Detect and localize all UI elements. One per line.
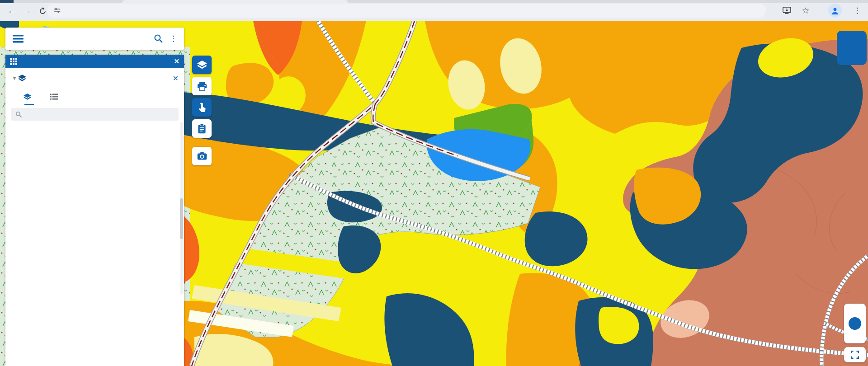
identify-tool-button[interactable] <box>192 98 212 117</box>
back-button[interactable]: ← <box>5 5 18 17</box>
grid-icon <box>10 58 17 65</box>
print-tool-button[interactable] <box>192 77 212 95</box>
tab-legenda[interactable] <box>50 88 61 105</box>
content-close-icon[interactable]: ✕ <box>173 74 179 83</box>
report-tool-button[interactable] <box>192 119 212 138</box>
print-icon <box>197 82 207 91</box>
tools-panel: ✕ ▾ ✕ <box>5 55 184 366</box>
panel-close-icon[interactable]: ✕ <box>174 57 179 66</box>
panel-tabs <box>5 88 184 105</box>
chevron-down-icon[interactable]: ▾ <box>11 75 18 81</box>
layers-tool-icon <box>197 61 207 70</box>
person-icon <box>830 6 840 15</box>
layers-tab-icon <box>24 94 31 100</box>
chrome-menu-button[interactable]: ⋮ <box>852 4 863 17</box>
profile-avatar[interactable] <box>828 4 842 17</box>
layers-tool-button[interactable] <box>192 56 212 74</box>
address-bar[interactable] <box>47 4 766 18</box>
geoportal-logo[interactable] <box>837 31 867 65</box>
browser-toolbar: ← → ☆ ⋮ <box>0 0 868 21</box>
map-content-row[interactable]: ▾ ✕ <box>5 68 184 88</box>
site-settings-icon <box>53 7 61 14</box>
fullscreen-button[interactable] <box>844 347 866 362</box>
install-button[interactable] <box>780 4 793 17</box>
touch-pointer-icon <box>198 103 207 113</box>
panel-scrollbar[interactable] <box>180 122 184 294</box>
hamburger-menu-icon[interactable] <box>13 35 24 43</box>
soil-legend <box>5 122 184 124</box>
active-tab-bottom <box>122 0 348 3</box>
fullscreen-icon <box>851 351 859 359</box>
forward-button[interactable]: → <box>21 5 33 17</box>
screenshot-tool-button[interactable] <box>192 147 212 165</box>
install-icon <box>783 7 791 14</box>
tab-warstwy[interactable] <box>24 88 35 105</box>
map-search-bar[interactable]: ⋮ <box>5 28 184 50</box>
window-corner <box>0 0 14 3</box>
panel-header[interactable]: ✕ <box>5 55 184 68</box>
search-options-dots-icon[interactable]: ⋮ <box>170 34 178 43</box>
layer-search-icon <box>15 111 22 118</box>
layer-search-field[interactable] <box>11 108 179 121</box>
zoom-level-badge <box>849 317 861 330</box>
legend-list-icon <box>50 94 58 100</box>
panel-scrollbar-thumb[interactable] <box>180 198 183 239</box>
search-icon[interactable] <box>154 34 163 43</box>
clipboard-icon <box>198 124 206 134</box>
bookmark-star-button[interactable]: ☆ <box>799 4 812 17</box>
layers-icon <box>18 75 26 82</box>
reload-icon <box>39 7 47 15</box>
camera-icon <box>197 152 207 160</box>
tab-strip <box>0 0 868 3</box>
zoom-control <box>844 304 866 343</box>
